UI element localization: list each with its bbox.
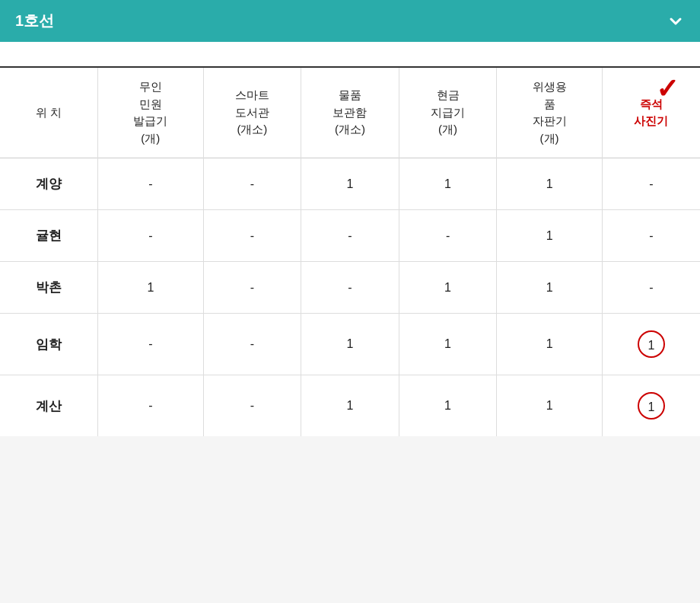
search-area [0, 42, 700, 68]
cell-storage: 1 [301, 314, 399, 375]
cell-photo: 1 [602, 314, 700, 375]
cell-photo: - [602, 210, 700, 262]
cell-kiosk: - [98, 158, 203, 210]
cell-vending: 1 [497, 262, 602, 314]
cell-atm: 1 [399, 158, 497, 210]
col-header-location: 위 치 [0, 68, 98, 158]
cell-location: 임학 [0, 314, 98, 375]
col-header-atm: 현금지급기(개) [399, 68, 497, 158]
cell-kiosk: - [98, 210, 203, 262]
cell-kiosk: - [98, 375, 203, 437]
cell-vending: 1 [497, 210, 602, 262]
header: 1호선 [0, 0, 700, 42]
cell-photo: - [602, 262, 700, 314]
cell-location: 계산 [0, 375, 98, 437]
cell-library: - [203, 314, 301, 375]
table-row: 계양--111- [0, 158, 700, 210]
table-wrapper: ✓ 위 치 무인민원발급기(개) 스마트도서관(개소) 물품보관함(개소) 현금… [0, 68, 700, 436]
cell-storage: - [301, 262, 399, 314]
cell-photo: 1 [602, 375, 700, 437]
col-header-library: 스마트도서관(개소) [203, 68, 301, 158]
cell-location: 귤현 [0, 210, 98, 262]
table-row: 귤현----1- [0, 210, 700, 262]
circled-value: 1 [638, 330, 665, 358]
cell-storage: 1 [301, 158, 399, 210]
cell-atm: - [399, 210, 497, 262]
cell-atm: 1 [399, 262, 497, 314]
table-row: 계산--1111 [0, 375, 700, 437]
cell-atm: 1 [399, 314, 497, 375]
cell-vending: 1 [497, 158, 602, 210]
header-title: 1호선 [15, 11, 54, 31]
circled-value: 1 [638, 392, 665, 420]
table-row: 임학--1111 [0, 314, 700, 375]
data-table: 위 치 무인민원발급기(개) 스마트도서관(개소) 물품보관함(개소) 현금지급… [0, 68, 700, 436]
cell-location: 계양 [0, 158, 98, 210]
col-header-vending: 위생용품자판기(개) [497, 68, 602, 158]
col-header-kiosk: 무인민원발급기(개) [98, 68, 203, 158]
col-header-photo: 즉석사진기 [602, 68, 700, 158]
cell-location: 박촌 [0, 262, 98, 314]
cell-photo: - [602, 158, 700, 210]
chevron-down-icon[interactable] [667, 12, 685, 30]
col-header-storage: 물품보관함(개소) [301, 68, 399, 158]
cell-vending: 1 [497, 314, 602, 375]
cell-vending: 1 [497, 375, 602, 437]
table-row: 박촌1--11- [0, 262, 700, 314]
table-header-row: 위 치 무인민원발급기(개) 스마트도서관(개소) 물품보관함(개소) 현금지급… [0, 68, 700, 158]
cell-library: - [203, 210, 301, 262]
cell-library: - [203, 375, 301, 437]
cell-atm: 1 [399, 375, 497, 437]
cell-storage: - [301, 210, 399, 262]
cell-storage: 1 [301, 375, 399, 437]
cell-library: - [203, 158, 301, 210]
main-container: 1호선 ✓ 위 치 무인민원발급기( [0, 0, 700, 436]
cell-kiosk: 1 [98, 262, 203, 314]
cell-kiosk: - [98, 314, 203, 375]
checkmark-annotation: ✓ [656, 75, 679, 103]
cell-library: - [203, 262, 301, 314]
